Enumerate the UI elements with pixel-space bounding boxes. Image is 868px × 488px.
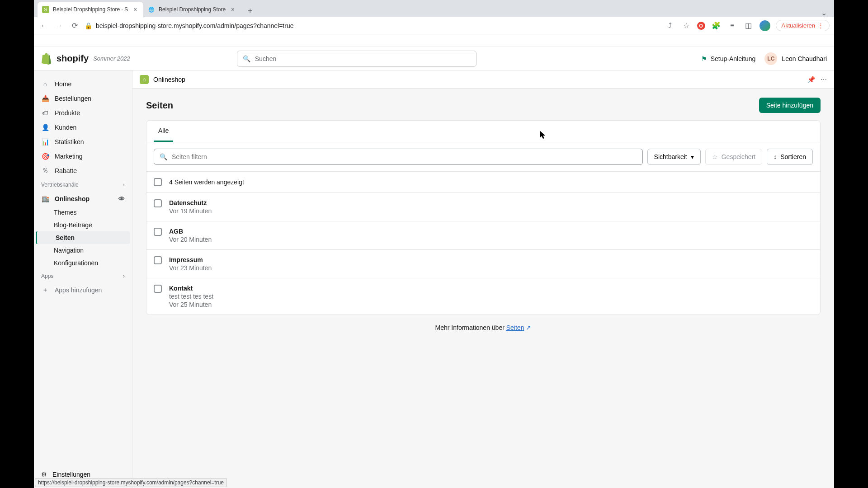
row-title: Kontakt	[169, 285, 213, 292]
update-button[interactable]: Aktualisieren ⋮	[776, 20, 830, 31]
favicon-shopify-icon: S	[42, 6, 49, 13]
logo-text: shopify	[57, 53, 89, 64]
row-checkbox[interactable]	[154, 228, 162, 236]
flag-icon: ⚑	[701, 55, 707, 62]
close-icon[interactable]: ×	[132, 6, 139, 13]
filter-input[interactable]: 🔍	[154, 149, 643, 165]
search-icon: 🔍	[243, 55, 250, 62]
season-badge: Sommer 2022	[93, 55, 130, 62]
sidebar-sub-pages[interactable]: Seiten	[36, 231, 130, 244]
table-row[interactable]: Impressum Vor 23 Minuten	[146, 249, 820, 278]
row-meta: Vor 20 Minuten	[169, 236, 212, 243]
pin-icon[interactable]: 📌	[807, 76, 815, 83]
sidebar-sub-blog[interactable]: Blog-Beiträge	[34, 219, 132, 231]
reading-list-icon[interactable]: ≡	[727, 20, 738, 31]
more-info-link[interactable]: Seiten	[506, 324, 524, 331]
visibility-filter[interactable]: Sichtbarkeit ▾	[647, 149, 701, 165]
sidebar-item-customers[interactable]: 👤Kunden	[34, 120, 132, 135]
sidebar-item-add-apps[interactable]: ＋ Apps hinzufügen	[34, 283, 132, 297]
sidebar-sub-navigation[interactable]: Navigation	[34, 244, 132, 257]
sidebar: ⌂Home 📥Bestellungen 🏷Produkte 👤Kunden 📊S…	[34, 70, 132, 488]
bookmarks-bar	[34, 34, 834, 47]
sidebar-item-orders[interactable]: 📥Bestellungen	[34, 91, 132, 106]
search-icon: 🔍	[160, 153, 167, 160]
profile-avatar-icon[interactable]	[760, 20, 770, 31]
shopify-header: shopify Sommer 2022 🔍 Suchen ⚑ Setup-Anl…	[34, 47, 834, 70]
row-checkbox[interactable]	[154, 285, 162, 293]
inbox-icon: 📥	[41, 94, 49, 103]
sidebar-item-discounts[interactable]: ％Rabatte	[34, 164, 132, 178]
user-name: Leon Chaudhari	[782, 55, 827, 62]
page-title: Seiten	[146, 100, 173, 111]
star-icon[interactable]: ☆	[681, 20, 692, 31]
chevron-down-icon: ▾	[691, 153, 694, 160]
store-icon: 🏬	[41, 195, 49, 203]
setup-guide-link[interactable]: ⚑ Setup-Anleitung	[701, 55, 756, 62]
extension-opera-icon[interactable]: O	[697, 22, 705, 30]
discount-icon: ％	[41, 167, 49, 175]
select-all-checkbox[interactable]	[154, 178, 162, 186]
sidebar-sub-themes[interactable]: Themes	[34, 206, 132, 219]
shopify-logo[interactable]: shopify Sommer 2022	[41, 53, 130, 65]
context-bar: ⌂ Onlineshop 📌 ⋯	[132, 70, 834, 89]
row-title: Datenschutz	[169, 199, 212, 206]
browser-tab-inactive[interactable]: 🌐 Beispiel Dropshipping Store ×	[143, 2, 241, 17]
search-input[interactable]: 🔍 Suchen	[237, 51, 476, 67]
tag-icon: 🏷	[41, 109, 49, 117]
table-row[interactable]: AGB Vor 20 Minuten	[146, 221, 820, 249]
person-icon: 👤	[41, 123, 49, 131]
saved-filter[interactable]: ☆ Gespeichert	[705, 149, 762, 165]
status-bar-url: https://beispiel-dropshipping-store.mysh…	[35, 478, 227, 487]
chevron-right-icon[interactable]: ›	[123, 273, 125, 279]
sidebar-item-marketing[interactable]: 🎯Marketing	[34, 149, 132, 164]
search-placeholder: Suchen	[255, 55, 276, 62]
sidebar-item-analytics[interactable]: 📊Statistiken	[34, 135, 132, 149]
table-row[interactable]: Datenschutz Vor 19 Minuten	[146, 192, 820, 221]
row-excerpt: test test tes test	[169, 293, 213, 300]
context-title: Onlineshop	[153, 76, 185, 83]
more-dots-icon: ⋮	[818, 22, 824, 29]
lock-icon: 🔒	[85, 22, 92, 29]
sidebar-item-onlineshop[interactable]: 🏬 Onlineshop 👁	[34, 192, 132, 206]
url-field[interactable]: 🔒 beispiel-dropshipping-store.myshopify.…	[85, 22, 660, 29]
address-bar: ← → ⟳ 🔒 beispiel-dropshipping-store.mysh…	[34, 17, 834, 34]
puzzle-icon[interactable]: 🧩	[711, 20, 722, 31]
side-panel-icon[interactable]: ◫	[743, 20, 754, 31]
sort-button[interactable]: ↕ Sortieren	[767, 149, 813, 165]
sort-icon: ↕	[774, 153, 777, 160]
sidebar-section-apps: Apps ›	[34, 269, 132, 283]
user-menu[interactable]: LC Leon Chaudhari	[764, 52, 827, 65]
plus-icon: ＋	[41, 286, 49, 294]
table-row[interactable]: Kontakt test test tes test Vor 25 Minute…	[146, 278, 820, 314]
target-icon: 🎯	[41, 152, 49, 160]
reload-icon[interactable]: ⟳	[69, 20, 80, 31]
eye-icon[interactable]: 👁	[118, 195, 125, 202]
main-content: ⌂ Onlineshop 📌 ⋯ Seiten Seite hinzufügen…	[132, 70, 834, 488]
tab-overflow-icon[interactable]: ⌄	[817, 9, 830, 17]
share-icon[interactable]: ⤴	[665, 20, 675, 31]
tab-title: Beispiel Dropshipping Store	[159, 6, 226, 13]
sidebar-item-products[interactable]: 🏷Produkte	[34, 106, 132, 120]
bars-icon: 📊	[41, 138, 49, 146]
sidebar-section-channels: Vertriebskanäle ›	[34, 178, 132, 192]
sidebar-sub-preferences[interactable]: Konfigurationen	[34, 257, 132, 269]
star-icon: ☆	[712, 153, 718, 160]
close-icon[interactable]: ×	[229, 6, 236, 13]
count-label: 4 Seiten werden angezeigt	[169, 178, 244, 186]
user-avatar: LC	[764, 52, 777, 65]
favicon-globe-icon: 🌐	[148, 6, 155, 13]
tab-all[interactable]: Alle	[154, 121, 173, 142]
new-tab-button[interactable]: +	[244, 5, 256, 17]
back-icon[interactable]: ←	[38, 20, 49, 31]
more-icon[interactable]: ⋯	[821, 76, 827, 83]
row-checkbox[interactable]	[154, 199, 162, 207]
add-page-button[interactable]: Seite hinzufügen	[759, 98, 821, 113]
pages-card: Alle 🔍 Sichtbarkeit ▾ ☆ Ges	[146, 120, 821, 315]
browser-tab-active[interactable]: S Beispiel Dropshipping Store · S ×	[38, 2, 143, 17]
sidebar-item-home[interactable]: ⌂Home	[34, 77, 132, 91]
chevron-right-icon[interactable]: ›	[123, 182, 125, 188]
filter-field[interactable]	[172, 153, 637, 160]
more-info: Mehr Informationen über Seiten↗	[132, 315, 834, 340]
row-checkbox[interactable]	[154, 256, 162, 264]
forward-icon[interactable]: →	[54, 20, 65, 31]
